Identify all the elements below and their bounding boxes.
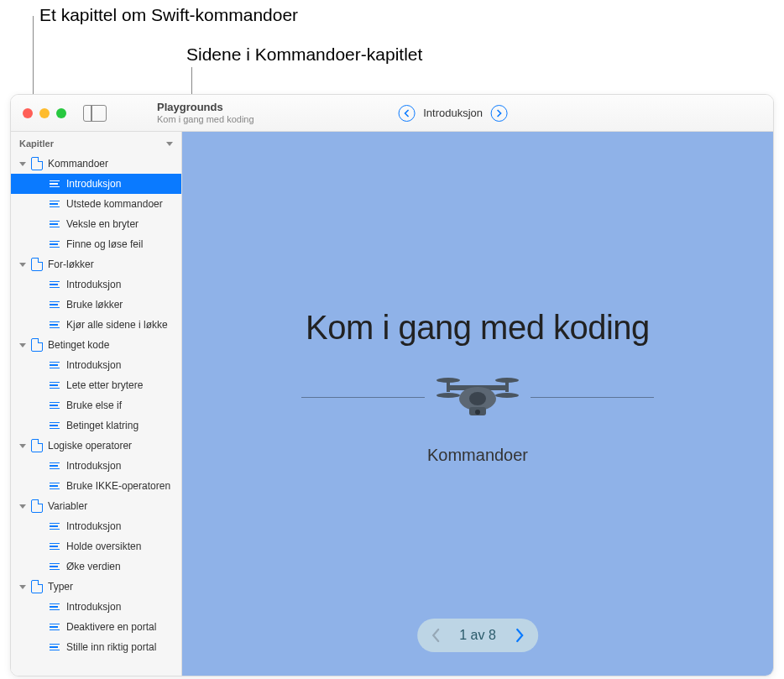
- minimize-window-button[interactable]: [39, 108, 50, 118]
- sidebar-toggle-button[interactable]: [83, 105, 107, 122]
- chapter-icon: [31, 580, 43, 593]
- app-title: Playgrounds: [157, 101, 254, 114]
- pager-prev-button[interactable]: [424, 624, 447, 647]
- chapter-title: Betinget kode: [48, 339, 109, 351]
- page-row[interactable]: Introduksjon: [11, 456, 181, 476]
- page-row[interactable]: Lete etter brytere: [11, 375, 181, 395]
- page-icon: [50, 201, 60, 208]
- page-icon: [50, 644, 60, 651]
- page-row[interactable]: Introduksjon: [11, 597, 181, 617]
- page-icon: [50, 563, 60, 571]
- page-row[interactable]: Betinget klatring: [11, 415, 181, 436]
- disclosure-triangle-icon: [19, 343, 26, 347]
- divider-left: [301, 397, 425, 398]
- page-title: Finne og løse feil: [66, 238, 143, 250]
- page-icon: [50, 483, 60, 490]
- chapter-icon: [31, 338, 43, 352]
- chevron-left-icon: [404, 109, 410, 118]
- svg-point-2: [436, 393, 460, 398]
- content-title: Kom i gang med koding: [306, 309, 650, 347]
- nav-prev-button[interactable]: [398, 105, 415, 122]
- drone-icon: [431, 372, 524, 422]
- close-window-button[interactable]: [23, 108, 33, 118]
- page-row[interactable]: Kjør alle sidene i løkke: [11, 315, 181, 335]
- svg-rect-4: [447, 380, 450, 392]
- page-title: Øke verdien: [66, 561, 121, 572]
- window-controls: [11, 108, 66, 118]
- content-subtitle: Kommandoer: [427, 446, 528, 465]
- chapter-title: Logiske operatorer: [48, 440, 132, 452]
- page-row[interactable]: Stille inn riktig portal: [11, 637, 181, 657]
- svg-point-3: [495, 393, 519, 398]
- titlebar-titles: Playgrounds Kom i gang med koding: [157, 101, 254, 125]
- page-row[interactable]: Veksle en bryter: [11, 214, 181, 234]
- sidebar-tree: Kommandoer Introduksjon Utstede kommando…: [11, 154, 181, 657]
- disclosure-triangle-icon: [19, 444, 26, 448]
- page-title: Introduksjon: [66, 279, 121, 290]
- sidebar[interactable]: Kapitler Kommandoer Introduksjon Utstede…: [11, 132, 182, 676]
- content-area: Kom i gang med koding: [182, 132, 773, 676]
- chapter-row[interactable]: Variabler: [11, 496, 181, 516]
- page-row[interactable]: Øke verdien: [11, 556, 181, 577]
- pager: 1 av 8: [417, 619, 538, 652]
- disclosure-triangle-icon: [19, 263, 26, 267]
- page-row[interactable]: Bruke løkker: [11, 295, 181, 315]
- nav-next-button[interactable]: [491, 105, 508, 122]
- page-icon: [50, 422, 60, 430]
- chapter-row[interactable]: For-løkker: [11, 254, 181, 274]
- page-title: Kjør alle sidene i løkke: [66, 319, 168, 331]
- svg-rect-5: [505, 380, 509, 392]
- chapter-title: Kommandoer: [48, 158, 108, 170]
- sidebar-header-label: Kapitler: [19, 138, 54, 149]
- page-icon: [50, 301, 60, 309]
- page-title: Betinget klatring: [66, 420, 139, 431]
- chapter-row[interactable]: Typer: [11, 577, 181, 597]
- page-title: Bruke else if: [66, 400, 122, 411]
- page-row[interactable]: Deaktivere en portal: [11, 617, 181, 637]
- chapter-row[interactable]: Betinget kode: [11, 335, 181, 355]
- chapter-title: Typer: [48, 581, 73, 593]
- chapter-icon: [31, 439, 43, 452]
- sidebar-header[interactable]: Kapitler: [11, 132, 181, 154]
- pager-next-button[interactable]: [508, 624, 531, 647]
- top-nav: Introduksjon: [398, 105, 508, 122]
- chapter-icon: [31, 499, 43, 513]
- page-row[interactable]: Finne og løse feil: [11, 234, 181, 254]
- chapter-icon: [31, 258, 43, 271]
- page-title: Veksle en bryter: [66, 218, 139, 230]
- chapter-row[interactable]: Logiske operatorer: [11, 436, 181, 456]
- svg-point-10: [475, 410, 480, 415]
- page-row[interactable]: Introduksjon: [11, 516, 181, 536]
- page-icon: [50, 402, 60, 410]
- page-title: Introduksjon: [66, 359, 121, 371]
- toolbar: Playgrounds Kom i gang med koding Introd…: [11, 95, 773, 132]
- page-row[interactable]: Introduksjon: [11, 174, 181, 194]
- callout-pages-text: Sidene i Kommandoer-kapitlet: [186, 44, 422, 65]
- page-icon: [50, 321, 60, 329]
- page-icon: [50, 543, 60, 551]
- page-icon: [50, 241, 60, 248]
- page-row[interactable]: Introduksjon: [11, 274, 181, 295]
- page-title: Stille inn riktig portal: [66, 641, 156, 653]
- page-row[interactable]: Utstede kommandoer: [11, 194, 181, 214]
- page-icon: [50, 382, 60, 389]
- page-title: Introduksjon: [66, 520, 121, 532]
- chapter-icon: [31, 157, 43, 170]
- page-title: Introduksjon: [66, 460, 121, 472]
- fullscreen-window-button[interactable]: [56, 108, 66, 118]
- divider-row: [301, 372, 654, 422]
- page-row[interactable]: Bruke IKKE-operatoren: [11, 476, 181, 496]
- chapter-title: For-løkker: [48, 259, 94, 270]
- page-row[interactable]: Bruke else if: [11, 395, 181, 415]
- pager-text: 1 av 8: [456, 628, 499, 643]
- chapter-row[interactable]: Kommandoer: [11, 154, 181, 174]
- page-row[interactable]: Introduksjon: [11, 355, 181, 375]
- page-icon: [50, 603, 60, 611]
- page-title: Bruke løkker: [66, 299, 123, 311]
- disclosure-triangle-icon: [19, 504, 26, 509]
- page-icon: [50, 362, 60, 369]
- chevron-right-icon: [515, 628, 525, 643]
- divider-right: [531, 397, 654, 398]
- page-title: Lete etter brytere: [66, 379, 143, 391]
- page-row[interactable]: Holde oversikten: [11, 536, 181, 556]
